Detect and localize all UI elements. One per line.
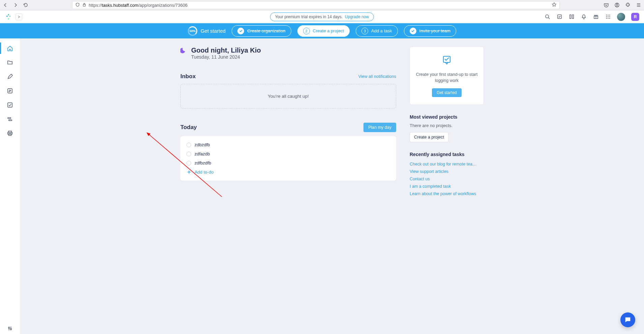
- step-create-organization[interactable]: Create organization: [232, 25, 291, 37]
- url-bar[interactable]: https://tasks.hubstaff.com/app/organizat…: [72, 1, 560, 9]
- check-icon: [237, 28, 244, 34]
- svg-rect-5: [569, 15, 571, 19]
- sidebar-roadmap-icon[interactable]: [3, 113, 17, 125]
- step-label: Invite your team: [419, 28, 451, 33]
- columns-icon[interactable]: [568, 14, 575, 20]
- onboarding-banner: 50% Get started Create organization 2 Cr…: [0, 23, 644, 38]
- svg-point-11: [606, 16, 607, 17]
- step-invite-team[interactable]: Invite your team: [404, 25, 457, 37]
- chat-bubble-button[interactable]: [620, 312, 635, 327]
- svg-rect-18: [8, 102, 12, 107]
- todo-row[interactable]: zdfbzdfb: [186, 158, 390, 168]
- step-label: Create a project: [313, 28, 344, 33]
- svg-rect-23: [9, 133, 11, 135]
- svg-point-15: [608, 18, 608, 19]
- get-started-header: 50% Get started: [188, 26, 226, 36]
- todo-label: zdbzdfb: [195, 142, 210, 147]
- bell-icon[interactable]: [581, 14, 587, 20]
- recent-task-link[interactable]: Learn about the power of workflows: [410, 190, 484, 198]
- svg-point-13: [609, 16, 610, 17]
- sidebar-activity-icon[interactable]: [3, 85, 17, 96]
- checkbox-icon[interactable]: [556, 14, 562, 20]
- bookmark-star-icon[interactable]: [552, 2, 557, 8]
- check-icon: [410, 28, 416, 34]
- apps-grid-icon[interactable]: [605, 14, 611, 20]
- svg-rect-6: [572, 15, 574, 19]
- sidebar-tasks-icon[interactable]: [3, 99, 17, 111]
- step-number: 3: [361, 28, 368, 34]
- standup-get-started-button[interactable]: Get started: [432, 88, 461, 97]
- step-label: Add a task: [371, 28, 392, 33]
- sidebar-settings-icon[interactable]: [3, 323, 17, 334]
- search-icon[interactable]: [544, 14, 550, 20]
- plus-icon: [186, 170, 191, 175]
- step-create-project[interactable]: 2 Create a project: [297, 25, 350, 37]
- gift-icon[interactable]: [593, 14, 599, 20]
- recently-assigned-tasks: Recently assigned tasks Check out our bl…: [410, 152, 484, 198]
- todo-row[interactable]: zdfazdb: [186, 149, 390, 158]
- projects-empty-text: There are no projects.: [410, 123, 484, 128]
- todo-checkbox[interactable]: [186, 161, 191, 165]
- most-viewed-projects: Most viewed projects There are no projec…: [410, 114, 484, 142]
- forward-icon[interactable]: [13, 2, 18, 8]
- account-icon[interactable]: [614, 2, 620, 8]
- url-text: https://tasks.hubstaff.com/app/organizat…: [89, 3, 550, 8]
- svg-point-10: [609, 15, 610, 16]
- progress-ring: 50%: [188, 26, 197, 36]
- app-topbar: Your premium trial expires in 14 days. U…: [0, 10, 644, 23]
- today-card: zdbzdfb zdfazdb zdfbzdfb Add to-do: [180, 136, 396, 181]
- create-project-button[interactable]: Create a project: [410, 132, 448, 142]
- svg-rect-20: [9, 120, 12, 121]
- inbox-empty-state: You're all caught up!: [180, 84, 396, 109]
- add-todo-label: Add to-do: [195, 170, 213, 175]
- back-icon[interactable]: [3, 2, 8, 8]
- upgrade-link[interactable]: Upgrade now: [345, 14, 369, 19]
- account-badge[interactable]: R: [631, 13, 639, 21]
- extensions-icon[interactable]: [625, 2, 631, 8]
- avatar[interactable]: [617, 13, 625, 21]
- projects-heading: Most viewed projects: [410, 114, 484, 120]
- step-add-task[interactable]: 3 Add a task: [356, 25, 398, 37]
- sidebar: [0, 38, 20, 334]
- pocket-icon[interactable]: [604, 2, 609, 8]
- expand-sidebar-button[interactable]: [16, 13, 22, 20]
- svg-point-16: [609, 18, 610, 19]
- greeting-date: Tuesday, 11 June 2024: [191, 54, 261, 60]
- sidebar-print-icon[interactable]: [3, 127, 17, 139]
- reload-icon[interactable]: [23, 2, 28, 8]
- plan-my-day-button[interactable]: Plan my day: [363, 123, 396, 132]
- greeting-title: Good night, Liliya Kio: [191, 47, 261, 54]
- shield-icon: [75, 2, 80, 8]
- recent-task-link[interactable]: Contact us: [410, 175, 484, 183]
- trial-banner: Your premium trial expires in 14 days. U…: [270, 12, 374, 21]
- inbox-empty-text: You're all caught up!: [268, 94, 309, 99]
- recent-task-link[interactable]: Check out our blog for remote tea…: [410, 160, 484, 168]
- add-todo-button[interactable]: Add to-do: [186, 168, 390, 177]
- svg-point-8: [606, 15, 607, 16]
- step-label: Create organization: [247, 28, 285, 33]
- recent-task-link[interactable]: View support articles: [410, 168, 484, 175]
- standup-icon: [415, 54, 479, 68]
- today-heading: Today: [180, 124, 197, 131]
- sidebar-home-icon[interactable]: [0, 42, 20, 54]
- content-area: Good night, Liliya Kio Tuesday, 11 June …: [20, 38, 644, 334]
- sidebar-pen-icon[interactable]: [3, 71, 17, 82]
- standup-card: Create your first stand-up to start logg…: [410, 47, 484, 105]
- view-all-notifications-link[interactable]: View all notifications: [358, 74, 396, 79]
- svg-point-14: [606, 18, 607, 19]
- sidebar-folder-icon[interactable]: [3, 57, 17, 68]
- get-started-label: Get started: [201, 28, 226, 34]
- svg-rect-22: [8, 132, 12, 134]
- recent-task-link[interactable]: I am a completed task: [410, 183, 484, 190]
- inbox-heading: Inbox: [180, 73, 196, 80]
- moon-icon: [180, 47, 187, 55]
- standup-text: Create your first stand-up to start logg…: [415, 72, 479, 84]
- todo-checkbox[interactable]: [186, 143, 191, 147]
- todo-row[interactable]: zdbzdfb: [186, 140, 390, 149]
- menu-icon[interactable]: [636, 2, 641, 8]
- todo-checkbox[interactable]: [186, 152, 191, 156]
- svg-rect-19: [8, 117, 11, 118]
- todo-label: zdfazdb: [195, 151, 210, 156]
- svg-point-24: [8, 327, 10, 328]
- hubstaff-logo-icon[interactable]: [5, 13, 12, 21]
